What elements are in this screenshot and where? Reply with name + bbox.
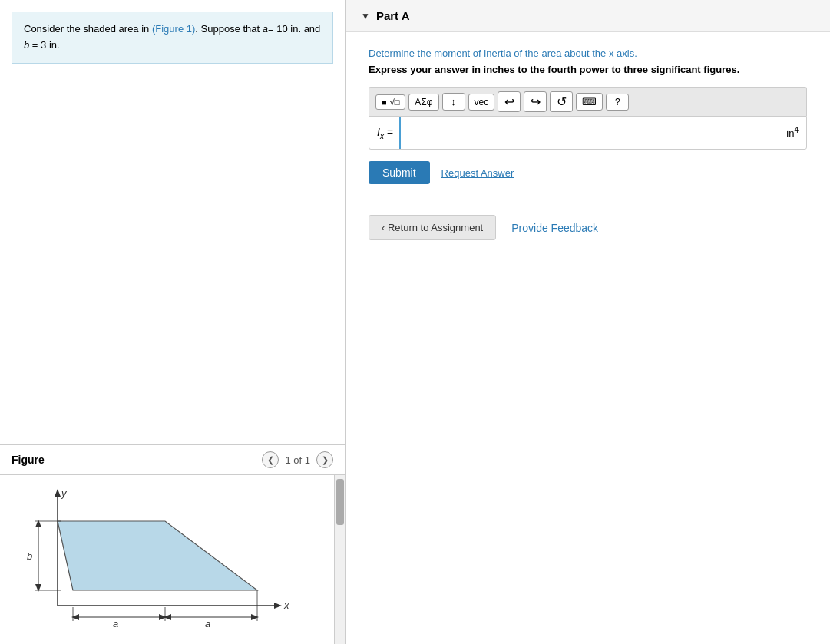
equals-10: = 10 in. — [268, 23, 301, 35]
refresh-btn[interactable]: ↺ — [550, 91, 573, 112]
submit-button[interactable]: Submit — [369, 161, 430, 184]
problem-text-prefix: Consider the shaded area in — [24, 23, 152, 35]
help-btn[interactable]: ? — [606, 94, 629, 111]
and-text: and — [301, 23, 320, 35]
vec-btn[interactable]: vec — [468, 94, 495, 111]
figure-nav-text: 1 of 1 — [285, 454, 310, 466]
math-input-area: ■ √□ ΑΣφ ↕ vec ↩ ↪ ↺ ⌨ ? Ix = in4 — [369, 87, 807, 150]
answer-input[interactable] — [399, 117, 780, 149]
svg-text:b: b — [27, 550, 32, 562]
bottom-actions: ‹ Return to Assignment Provide Feedback — [369, 215, 807, 240]
scroll-bar[interactable] — [334, 475, 345, 644]
svg-marker-2 — [55, 489, 61, 497]
figure-section: Figure ❮ 1 of 1 ❯ y x — [0, 444, 345, 644]
svg-marker-9 — [35, 584, 41, 592]
svg-marker-18 — [164, 614, 171, 620]
provide-feedback-link[interactable]: Provide Feedback — [511, 222, 598, 234]
svg-text:x: x — [283, 599, 289, 611]
part-content: Determine the moment of inertia of the a… — [346, 32, 830, 256]
left-panel: Consider the shaded area in (Figure 1). … — [0, 0, 346, 644]
right-panel: ▼ Part A Determine the moment of inertia… — [346, 0, 830, 644]
a-italic: a — [263, 23, 268, 35]
scroll-thumb — [336, 479, 344, 525]
part-collapse-icon[interactable]: ▼ — [361, 11, 370, 21]
action-row: Submit Request Answer — [369, 161, 807, 184]
figure-svg: y x b a — [0, 475, 345, 644]
keyboard-btn[interactable]: ⌨ — [576, 93, 603, 111]
answer-unit: in4 — [780, 126, 799, 139]
equals-3: = 3 in. — [29, 39, 59, 51]
svg-marker-8 — [35, 520, 41, 527]
answer-label: Ix = — [377, 126, 399, 140]
symbols-btn[interactable]: ΑΣφ — [408, 94, 438, 111]
svg-text:a: a — [113, 618, 118, 629]
problem-statement: Consider the shaded area in (Figure 1). … — [12, 12, 333, 64]
part-title: Part A — [376, 9, 410, 22]
svg-marker-3 — [274, 603, 282, 609]
figure-prev-btn[interactable]: ❮ — [262, 451, 279, 468]
svg-marker-6 — [58, 521, 257, 590]
question-text: Determine the moment of inertia of the a… — [369, 48, 807, 59]
operator-btn[interactable]: ↕ — [442, 93, 465, 111]
return-to-assignment-button[interactable]: ‹ Return to Assignment — [369, 215, 496, 240]
request-answer-link[interactable]: Request Answer — [441, 167, 514, 179]
figure-nav-container: ❮ 1 of 1 ❯ — [262, 451, 333, 468]
figure-header: Figure ❮ 1 of 1 ❯ — [0, 445, 345, 475]
svg-marker-19 — [251, 614, 259, 620]
math-toolbar: ■ √□ ΑΣφ ↕ vec ↩ ↪ ↺ ⌨ ? — [369, 87, 807, 116]
redo-btn[interactable]: ↪ — [524, 91, 547, 112]
figure-next-btn[interactable]: ❯ — [316, 451, 333, 468]
undo-btn[interactable]: ↩ — [498, 91, 521, 112]
instruction-text: Express your answer in inches to the fou… — [369, 64, 807, 75]
svg-text:y: y — [61, 487, 68, 499]
figure-link[interactable]: (Figure 1) — [152, 23, 195, 35]
svg-marker-14 — [71, 614, 79, 620]
figure-canvas: y x b a — [0, 475, 345, 644]
part-header: ▼ Part A — [346, 0, 830, 32]
problem-text-suffix: . Suppose that — [195, 23, 262, 35]
figure-title: Figure — [12, 454, 45, 466]
answer-row: Ix = in4 — [369, 116, 807, 150]
svg-text:a: a — [205, 618, 210, 629]
fraction-sqrt-btn[interactable]: ■ √□ — [375, 94, 405, 110]
